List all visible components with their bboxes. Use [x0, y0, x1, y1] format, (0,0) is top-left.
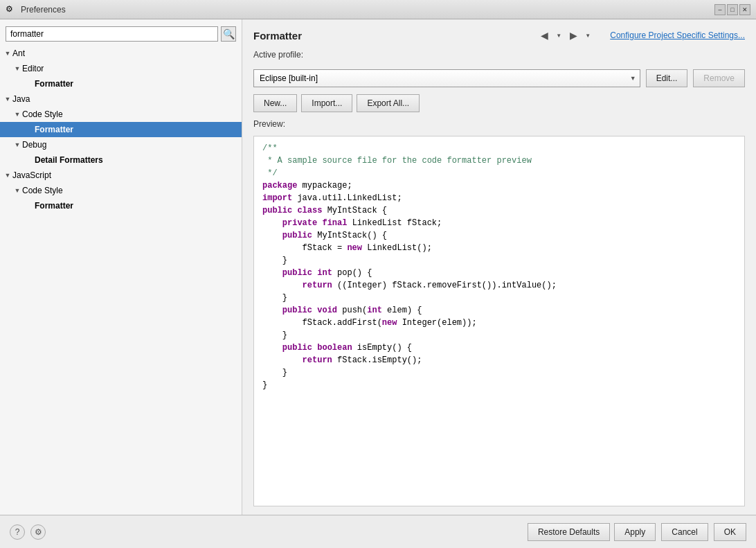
codestyle-js-arrow: ▼ — [12, 187, 22, 194]
code-line: } — [262, 254, 736, 267]
code-line: * A sample source file for the code form… — [262, 154, 736, 167]
panel-header-row: Formatter ◀ ▼ ▶ ▼ Configure Project Spec… — [253, 28, 745, 43]
javascript-arrow: ▼ — [3, 172, 12, 179]
app-icon: ⚙ — [6, 4, 17, 15]
code-line: private final LinkedList fStack; — [262, 217, 736, 229]
preview-label: Preview: — [253, 119, 745, 129]
code-line: public MyIntStack() { — [262, 229, 736, 242]
debug-label: Debug — [22, 140, 46, 150]
code-line: /** — [262, 142, 736, 154]
search-clear-button[interactable]: 🔍 — [221, 26, 236, 42]
code-line: */ — [262, 167, 736, 179]
restore-defaults-button[interactable]: Restore Defaults — [528, 523, 610, 541]
ok-button[interactable]: OK — [714, 523, 746, 541]
import-button[interactable]: Import... — [301, 94, 352, 112]
tree: ▼ Ant ▼ Editor Formatter ▼ Java ▼ Code — [0, 46, 242, 213]
sidebar-item-formatter-editor[interactable]: Formatter — [0, 76, 242, 91]
code-line: fStack = new LinkedList(); — [262, 242, 736, 254]
restore-apply-row: Restore Defaults Apply — [528, 523, 656, 541]
minimize-button[interactable]: – — [714, 4, 726, 15]
edit-button[interactable]: Edit... — [646, 69, 688, 87]
editor-label: Editor — [22, 64, 44, 73]
sidebar-item-debug[interactable]: ▼ Debug — [0, 137, 242, 152]
code-line: fStack.addFirst(new Integer(elem)); — [262, 317, 736, 329]
nav-forward-button[interactable]: ▶ — [566, 28, 581, 43]
sidebar-item-codestyle-java[interactable]: ▼ Code Style — [0, 107, 242, 122]
code-line: return ((Integer) fStack.removeFirst()).… — [262, 279, 736, 292]
remove-button[interactable]: Remove — [693, 69, 745, 87]
help-icon: ? — [15, 527, 20, 537]
codestyle-java-arrow: ▼ — [12, 111, 22, 118]
codestyle-java-label: Code Style — [22, 109, 63, 119]
search-input[interactable] — [6, 26, 218, 42]
code-line: public class MyIntStack { — [262, 204, 736, 217]
ant-label: Ant — [12, 48, 25, 58]
panel-header-left: Formatter — [253, 30, 302, 42]
cancel-button[interactable]: Cancel — [661, 523, 708, 541]
sidebar-item-formatter-java[interactable]: Formatter — [0, 122, 242, 137]
sidebar-item-editor[interactable]: ▼ Editor — [0, 61, 242, 76]
sidebar-item-formatter-js[interactable]: Formatter — [0, 198, 242, 213]
profile-select-wrapper: Eclipse [built-in] ▼ — [253, 69, 640, 87]
new-button[interactable]: New... — [253, 94, 297, 112]
code-line: public void push(int elem) { — [262, 304, 736, 317]
title-bar: ⚙ Preferences – □ ✕ — [0, 0, 756, 19]
main-container: 🔍 ▼ Ant ▼ Editor Formatter ▼ Java — [0, 19, 756, 515]
codestyle-js-label: Code Style — [22, 186, 63, 195]
active-profile-label: Active profile: — [253, 50, 745, 60]
code-line: } — [262, 366, 736, 379]
settings-icon: ⚙ — [35, 527, 42, 537]
formatter-js-label: Formatter — [35, 201, 73, 211]
title-bar-left: ⚙ Preferences — [6, 4, 66, 15]
code-line: } — [262, 329, 736, 342]
sidebar-item-javascript[interactable]: ▼ JavaScript — [0, 168, 242, 183]
code-line: return fStack.isEmpty(); — [262, 354, 736, 366]
help-button[interactable]: ? — [10, 524, 25, 540]
nav-icons-group: ◀ ▼ ▶ ▼ Configure Project Specific Setti… — [537, 28, 745, 43]
title-bar-title: Preferences — [21, 5, 66, 15]
panel-title: Formatter — [253, 30, 302, 42]
profile-select[interactable]: Eclipse [built-in] — [253, 69, 640, 87]
close-button[interactable]: ✕ — [739, 4, 750, 15]
code-line: } — [262, 379, 736, 391]
sidebar-item-ant[interactable]: ▼ Ant — [0, 46, 242, 61]
right-panel: Formatter ◀ ▼ ▶ ▼ Configure Project Spec… — [242, 19, 756, 515]
apply-button[interactable]: Apply — [614, 523, 656, 541]
settings-button[interactable]: ⚙ — [30, 524, 46, 540]
debug-arrow: ▼ — [12, 141, 22, 148]
code-line: public int pop() { — [262, 267, 736, 279]
bottom-right: Restore Defaults Apply Cancel OK — [528, 523, 746, 541]
nav-back-button[interactable]: ◀ — [537, 28, 552, 43]
java-arrow: ▼ — [3, 96, 12, 103]
java-label: Java — [12, 94, 30, 104]
sidebar-item-java[interactable]: ▼ Java — [0, 91, 242, 107]
bottom-left: ? ⚙ — [10, 524, 46, 540]
code-line: } — [262, 292, 736, 304]
configure-project-link[interactable]: Configure Project Specific Settings... — [610, 30, 745, 40]
code-line: import java.util.LinkedList; — [262, 192, 736, 204]
sidebar-item-detail-formatters[interactable]: Detail Formatters — [0, 152, 242, 168]
formatter-editor-label: Formatter — [35, 79, 73, 89]
editor-arrow: ▼ — [12, 65, 22, 72]
maximize-button[interactable]: □ — [727, 4, 738, 15]
ant-arrow: ▼ — [3, 50, 12, 57]
nav-forward-dropdown[interactable]: ▼ — [582, 28, 593, 43]
code-line: package mypackage; — [262, 179, 736, 192]
action-buttons-row: New... Import... Export All... — [253, 94, 745, 112]
sidebar-item-codestyle-js[interactable]: ▼ Code Style — [0, 183, 242, 198]
sidebar: 🔍 ▼ Ant ▼ Editor Formatter ▼ Java — [0, 19, 242, 515]
search-box-container: 🔍 — [0, 22, 242, 46]
code-line: public boolean isEmpty() { — [262, 342, 736, 354]
profile-select-row: Eclipse [built-in] ▼ Edit... Remove — [253, 69, 745, 87]
bottom-bar: ? ⚙ Restore Defaults Apply Cancel OK — [0, 515, 756, 548]
preview-code: /** * A sample source file for the code … — [253, 136, 745, 506]
export-all-button[interactable]: Export All... — [357, 94, 420, 112]
detail-formatters-label: Detail Formatters — [35, 155, 103, 165]
formatter-java-label: Formatter — [35, 125, 73, 134]
nav-back-dropdown[interactable]: ▼ — [553, 28, 564, 43]
title-bar-controls: – □ ✕ — [714, 4, 750, 15]
javascript-label: JavaScript — [12, 170, 51, 180]
